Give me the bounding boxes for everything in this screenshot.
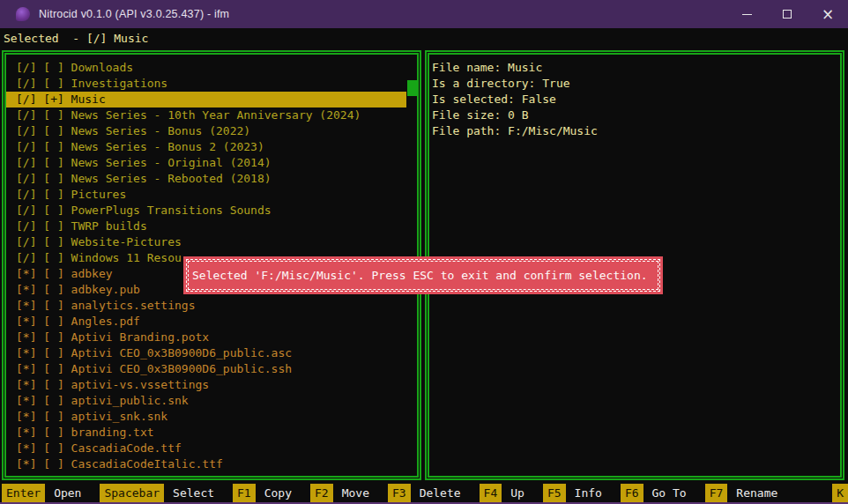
minimize-icon [742, 14, 752, 15]
file-list-item[interactable]: [*] [ ] aptivi_snk.snk [6, 409, 406, 425]
keybinding: F6 Go To [621, 484, 687, 502]
selection-status: Selected - [/] Music [4, 31, 148, 46]
keybinding: F3 Delete [388, 484, 461, 502]
file-list-item[interactable]: [*] [ ] Aptivi CEO_0x3B0900D6_public.ssh [6, 361, 406, 377]
keybinding-key[interactable]: Spacebar [100, 484, 164, 502]
file-list-item[interactable]: [/] [ ] Downloads [6, 60, 406, 76]
dialog-border-outer: Selected 'F:/Misc/Music'. Press ESC to e… [186, 259, 660, 292]
file-list-item[interactable]: [/] [+] Music [6, 92, 406, 107]
dialog-message: Selected 'F:/Misc/Music'. Press ESC to e… [188, 261, 658, 290]
keybinding-action: Open [54, 484, 81, 502]
file-list-item[interactable]: [*] [ ] aptivi_public.snk [6, 393, 406, 409]
file-list-item[interactable]: [*] [ ] CascadiaCode.ttf [6, 441, 406, 456]
keybinding: F4 Up [480, 484, 524, 502]
keybinding-key[interactable]: F4 [480, 484, 502, 502]
window-title: Nitrocid v0.1.0 (API v3.0.25.437) - ifm [39, 8, 229, 20]
keybinding-key[interactable]: K [832, 484, 848, 502]
keybinding: Spacebar Select [100, 484, 214, 502]
file-list-item[interactable]: [/] [ ] Website-Pictures [6, 234, 406, 250]
app-window: Nitrocid v0.1.0 (API v3.0.25.437) - ifm … [0, 0, 848, 504]
file-list-item[interactable]: [/] [ ] News Series - Original (2014) [6, 155, 406, 171]
keybinding: Enter Open [2, 484, 81, 502]
keybinding-action: Go To [652, 484, 687, 502]
file-list-item[interactable]: [/] [ ] News Series - Bonus 2 (2023) [6, 139, 406, 155]
file-list-item[interactable]: [*] [ ] analytics.settings [6, 298, 406, 314]
keybinding-key[interactable]: F3 [388, 484, 411, 502]
keybinding-action: Rename [736, 484, 777, 502]
scrollbar-thumb[interactable] [407, 80, 417, 96]
keybinding-action: Move [342, 484, 369, 502]
keybinding: F5 Info [543, 484, 602, 502]
keybinding: F1 Copy [233, 484, 292, 502]
keybinding-key[interactable]: F5 [543, 484, 566, 502]
file-list-item[interactable]: [*] [ ] Angles.pdf [6, 314, 406, 330]
keybinding: F2 Move [310, 484, 369, 502]
file-list-item[interactable]: [/] [ ] News Series - Bonus (2022) [6, 123, 406, 139]
keybinding-action: Info [575, 484, 602, 502]
keybinding-key[interactable]: F6 [621, 484, 643, 502]
file-list-item[interactable]: [*] [ ] Aptivi Branding.potx [6, 330, 406, 345]
keybinding-key[interactable]: Enter [2, 484, 45, 502]
keybinding-key[interactable]: F1 [233, 484, 256, 502]
minimize-button[interactable] [726, 0, 767, 28]
file-list-item[interactable]: [*] [ ] CascadiaCodeItalic.ttf [6, 456, 406, 472]
maximize-icon [783, 10, 792, 19]
file-list-item[interactable]: [/] [ ] Pictures [6, 187, 406, 203]
keybinding: F7 Rename [705, 484, 778, 502]
keybinding-action: Select [173, 484, 214, 502]
keybinding-action: Delete [420, 484, 461, 502]
file-list-item[interactable]: [*] [ ] aptivi-vs.vssettings [6, 377, 406, 393]
file-info-line: File path: F:/Misc/Music [432, 123, 840, 139]
terminal-area: Selected - [/] Music [/] [ ] Downloads [… [0, 28, 848, 502]
keybinding-key[interactable]: F2 [310, 484, 333, 502]
file-info-line: Is selected: False [432, 92, 840, 107]
file-list-item[interactable]: [*] [ ] branding.txt [6, 425, 406, 441]
maximize-button[interactable] [767, 0, 807, 28]
window-controls: × [726, 0, 848, 28]
file-list-item[interactable]: [/] [ ] Investigations [6, 76, 406, 92]
close-icon: × [822, 7, 834, 22]
keybinding-bar: Enter Open Spacebar Select F1 Copy F2 Mo… [0, 484, 848, 502]
keybinding: K [832, 484, 848, 502]
keybinding-action: Up [510, 484, 524, 502]
file-list-item[interactable]: [/] [ ] News Series - 10th Year Annivers… [6, 107, 406, 123]
file-list-item[interactable]: [*] [ ] Aptivi CEO_0x3B0900D6_public.asc [6, 345, 406, 361]
nitrocid-logo-icon [16, 7, 30, 21]
file-info-line: Is a directory: True [432, 76, 840, 92]
titlebar: Nitrocid v0.1.0 (API v3.0.25.437) - ifm … [0, 0, 848, 28]
selection-confirmation-dialog: Selected 'F:/Misc/Music'. Press ESC to e… [183, 256, 663, 294]
file-list-item[interactable]: [/] [ ] TWRP builds [6, 219, 406, 234]
keybinding-key[interactable]: F7 [705, 484, 728, 502]
keybinding-action: Copy [264, 484, 292, 502]
close-button[interactable]: × [807, 0, 848, 28]
file-list-item[interactable]: [/] [ ] PowerPlugs Transitions Sounds [6, 203, 406, 219]
file-info-line: File size: 0 B [432, 107, 840, 123]
file-info-line: File name: Music [432, 60, 840, 76]
file-list-item[interactable]: [/] [ ] News Series - Rebooted (2018) [6, 171, 406, 187]
